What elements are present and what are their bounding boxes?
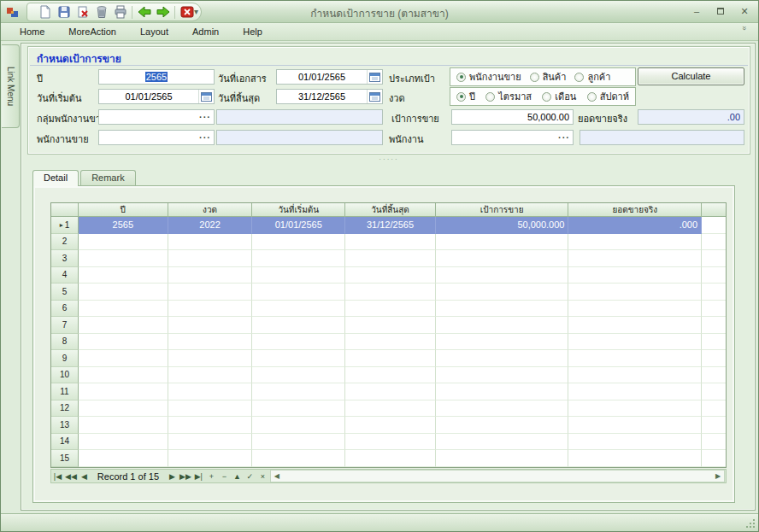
nav-post-button[interactable]: ✓ [244, 472, 256, 481]
cell[interactable] [436, 367, 569, 384]
cell[interactable] [568, 417, 702, 434]
back-icon[interactable] [137, 5, 151, 20]
toolbar-overflow-icon[interactable]: ▾ [194, 7, 198, 16]
tab-remark[interactable]: Remark [80, 170, 136, 185]
close-window-icon[interactable] [179, 5, 194, 20]
cell[interactable] [436, 250, 569, 267]
radio-icon[interactable] [587, 92, 597, 102]
cell[interactable] [345, 250, 436, 267]
cell[interactable] [252, 267, 345, 284]
cell[interactable] [345, 450, 436, 467]
employee-input[interactable] [452, 131, 556, 144]
nav-cancel-button[interactable]: × [256, 472, 269, 481]
radio-icon[interactable] [574, 73, 584, 82]
salesperson-input[interactable] [99, 131, 197, 144]
start-date-input[interactable] [99, 90, 198, 103]
table-row[interactable]: 9 [51, 350, 726, 367]
row-header[interactable]: 4 [51, 267, 79, 284]
cell[interactable] [79, 367, 168, 384]
column-header[interactable]: ยอดขายจริง [568, 203, 702, 217]
cell[interactable] [79, 450, 168, 467]
cell[interactable] [345, 350, 436, 367]
delete-document-icon[interactable] [75, 5, 90, 20]
cell[interactable] [168, 284, 253, 301]
cell[interactable] [168, 383, 253, 400]
lookup-ellipsis-icon[interactable]: ··· [556, 131, 573, 144]
cell[interactable] [168, 350, 253, 367]
table-row[interactable]: 11 [51, 383, 726, 400]
column-header[interactable]: งวด [168, 203, 253, 217]
table-row[interactable]: 12 [51, 400, 726, 418]
cell[interactable] [436, 434, 569, 451]
maximize-button[interactable] [714, 4, 727, 18]
cell[interactable] [436, 400, 569, 418]
cell[interactable]: 2022 [168, 217, 253, 234]
row-header[interactable]: 15 [51, 450, 79, 467]
row-header[interactable]: 8 [51, 334, 79, 351]
table-row[interactable]: 3 [51, 250, 726, 267]
cell[interactable] [568, 400, 702, 418]
cell[interactable] [168, 434, 253, 451]
doc-date-input[interactable] [277, 70, 367, 84]
cell[interactable] [345, 434, 436, 451]
cell[interactable] [252, 350, 345, 367]
resize-grip[interactable] [745, 518, 756, 530]
nav-first-button[interactable]: |◀ [51, 472, 64, 481]
cell[interactable] [436, 417, 569, 434]
sales-target-input[interactable] [452, 110, 573, 124]
cell[interactable] [345, 301, 436, 318]
salesperson-field[interactable]: ··· [98, 130, 215, 145]
cell[interactable] [436, 334, 569, 351]
cell[interactable] [168, 367, 253, 384]
menu-item-layout[interactable]: Layout [128, 25, 180, 38]
row-header[interactable]: 11 [51, 383, 79, 400]
link-menu-tab[interactable]: Link Menu [2, 44, 20, 128]
cell[interactable] [345, 284, 436, 301]
trash-icon[interactable] [94, 5, 109, 20]
cell[interactable] [568, 234, 702, 251]
menu-item-moreaction[interactable]: MoreAction [56, 25, 128, 38]
column-header[interactable]: ปี [79, 203, 168, 217]
radio-icon[interactable] [456, 92, 466, 102]
cell[interactable] [79, 317, 168, 334]
cell[interactable] [345, 334, 436, 351]
cell[interactable]: 50,000.000 [436, 217, 569, 234]
calendar-icon[interactable] [367, 90, 382, 103]
cell[interactable] [252, 301, 345, 318]
row-header[interactable]: ▸1 [51, 217, 79, 234]
radio-option[interactable]: ปี [456, 89, 475, 104]
cell[interactable]: .000 [568, 217, 702, 234]
nav-append-button[interactable]: + [205, 472, 218, 481]
cell[interactable]: 2565 [79, 217, 168, 234]
cell[interactable] [79, 350, 168, 367]
cell[interactable] [79, 417, 168, 434]
cell[interactable] [568, 450, 702, 467]
cell[interactable] [79, 301, 168, 318]
row-header[interactable]: 13 [51, 417, 79, 434]
table-row[interactable]: 6 [51, 301, 726, 318]
cell[interactable] [79, 400, 168, 418]
cell[interactable] [168, 234, 253, 251]
close-button[interactable]: ✕ [738, 4, 751, 18]
cell[interactable] [168, 334, 253, 351]
horizontal-scrollbar[interactable]: ◀ ▶ [270, 470, 725, 482]
cell[interactable] [345, 267, 436, 284]
table-row[interactable]: 7 [51, 317, 726, 334]
cell[interactable]: 31/12/2565 [345, 217, 436, 234]
cell[interactable] [568, 250, 702, 267]
cell[interactable] [568, 334, 702, 351]
end-date-field[interactable] [276, 89, 383, 104]
cell[interactable] [79, 383, 168, 400]
cell[interactable] [79, 234, 168, 251]
sales-group-input[interactable] [99, 110, 197, 124]
column-header[interactable]: วันที่สิ้นสุด [345, 203, 436, 217]
minimize-button[interactable]: – [690, 4, 703, 18]
cell[interactable] [345, 383, 436, 400]
table-row[interactable]: 10 [51, 367, 726, 384]
cell[interactable] [345, 234, 436, 251]
cell[interactable] [345, 367, 436, 384]
cell[interactable] [252, 317, 345, 334]
cell[interactable] [168, 400, 253, 418]
scroll-right-icon[interactable]: ▶ [712, 472, 724, 480]
cell[interactable] [345, 317, 436, 334]
